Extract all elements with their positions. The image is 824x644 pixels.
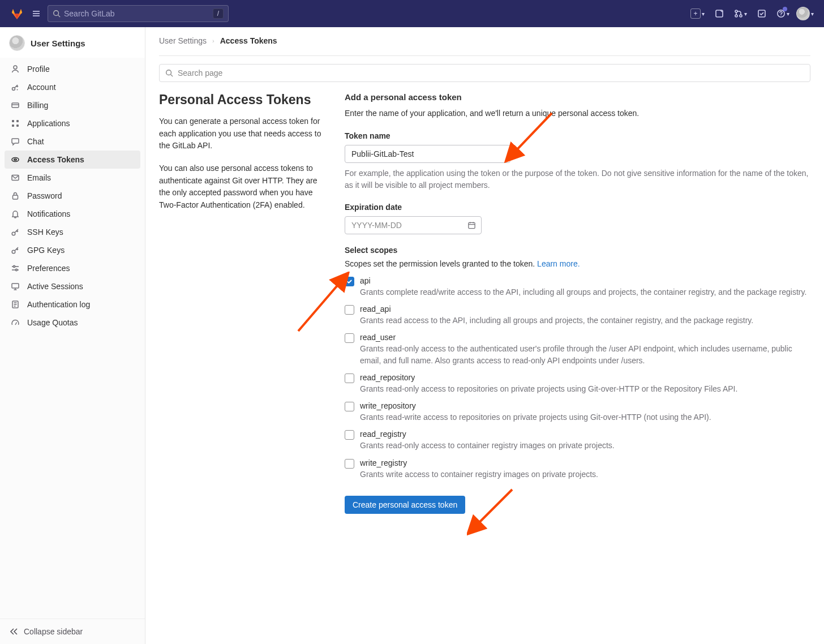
sidebar-item-label: Account [27,83,56,92]
page-search[interactable] [159,64,810,82]
scope-name: read_api [360,304,753,314]
svg-point-25 [12,250,15,254]
help-menu[interactable]: ▾ [775,5,791,23]
card-icon [10,100,20,110]
token-name-label: Token name [345,131,810,140]
merge-requests-menu[interactable]: ▾ [733,5,748,23]
sidebar-item-preferences[interactable]: Preferences [5,259,140,277]
scope-checkbox-write_registry[interactable] [345,459,354,469]
learn-more-link[interactable]: Learn more. [537,259,580,268]
chat-icon [10,136,20,147]
global-search-input[interactable] [64,9,209,18]
token-name-input[interactable] [345,145,510,163]
breadcrumb: User Settings › Access Tokens [159,36,810,56]
select-scopes-label: Select scopes [345,246,810,255]
meter-icon [10,317,20,328]
issues-link[interactable] [710,5,728,23]
svg-point-13 [12,88,15,91]
sidebar-title: User Settings [31,38,85,48]
create-menu[interactable]: + ▾ [689,5,706,23]
sidebar-item-access-tokens[interactable]: Access Tokens [5,151,140,169]
sidebar-item-applications[interactable]: Applications [5,114,140,132]
scope-name: read_registry [360,430,615,439]
scope-checkbox-read_repository[interactable] [345,373,354,383]
sidebar-item-label: Authentication log [27,300,90,309]
sliders-icon [10,263,20,273]
scope-row: write_registryGrants write access to con… [345,458,810,480]
svg-point-21 [14,159,16,160]
scope-checkbox-api[interactable] [345,277,354,286]
svg-point-29 [15,269,17,271]
scope-row: read_registryGrants read-only access to … [345,430,810,451]
sidebar-item-billing[interactable]: Billing [5,96,140,114]
create-token-button[interactable]: Create personal access token [345,496,465,514]
sidebar-item-label: Notifications [27,209,70,218]
svg-point-12 [14,66,17,69]
todos-link[interactable] [753,5,771,23]
page-search-input[interactable] [178,68,804,78]
scope-description: Grants read-only access to container reg… [360,440,615,451]
scope-row: read_apiGrants read access to the API, i… [345,304,810,326]
svg-line-37 [15,323,17,325]
expiration-date-input[interactable] [345,216,482,234]
sidebar-item-label: Emails [27,173,51,182]
log-icon [10,299,20,310]
menu-icon[interactable] [29,7,43,20]
chevron-right-icon: › [212,37,214,44]
lock-icon [10,191,20,201]
scope-name: read_repository [360,373,737,382]
svg-point-28 [13,265,15,267]
sidebar-item-active-sessions[interactable]: Active Sessions [5,277,140,295]
sidebar-header[interactable]: User Settings [0,27,145,58]
svg-point-6 [735,10,737,12]
scope-checkbox-read_api[interactable] [345,305,354,315]
sidebar-item-chat[interactable]: Chat [5,132,140,151]
collapse-sidebar-label: Collapse sidebar [24,627,83,636]
sidebar-item-gpg-keys[interactable]: GPG Keys [5,241,140,259]
svg-rect-40 [469,222,475,228]
breadcrumb-root[interactable]: User Settings [159,36,207,45]
user-menu[interactable]: ▾ [795,5,815,23]
svg-rect-17 [16,120,19,122]
svg-rect-18 [12,124,14,127]
scope-name: write_registry [360,458,598,467]
bell-icon [10,209,20,219]
chevron-down-icon: ▾ [811,11,814,17]
scope-description: Grants read-only access to repositories … [360,383,737,394]
collapse-sidebar-button[interactable]: Collapse sidebar [0,619,145,644]
sidebar-item-profile[interactable]: Profile [5,60,140,78]
select-scopes-subtitle: Scopes set the permission levels granted… [345,259,810,268]
sidebar-item-usage-quotas[interactable]: Usage Quotas [5,314,140,332]
scope-description: Grants read access to the API, including… [360,315,753,326]
apps-icon [10,118,20,128]
form-column: Add a personal access token Enter the na… [345,92,810,514]
scope-row: write_repositoryGrants read-write access… [345,401,810,423]
sidebar-item-ssh-keys[interactable]: SSH Keys [5,223,140,241]
svg-point-8 [740,15,742,17]
sidebar-item-emails[interactable]: Emails [5,169,140,187]
sidebar-item-label: Applications [27,119,70,128]
sidebar-item-password[interactable]: Password [5,187,140,205]
page-description: You can generate a personal access token… [159,115,329,152]
sidebar-item-account[interactable]: Account [5,78,140,96]
user-icon [10,64,20,74]
svg-point-38 [166,70,171,75]
scope-checkbox-read_user[interactable] [345,333,354,343]
scope-checkbox-read_registry[interactable] [345,430,354,440]
scope-checkbox-write_repository[interactable] [345,402,354,411]
global-search[interactable]: / [48,5,229,22]
calendar-icon[interactable] [467,221,476,229]
sidebar-item-label: Active Sessions [27,282,83,291]
search-shortcut-hint: / [213,8,224,19]
scope-row: read_repositoryGrants read-only access t… [345,373,810,394]
sidebar-item-notifications[interactable]: Notifications [5,205,140,223]
svg-line-39 [171,75,173,77]
sidebar-item-authentication-log[interactable]: Authentication log [5,295,140,314]
chevron-down-icon: ▾ [702,11,705,17]
scope-name: read_user [360,333,810,342]
gitlab-logo-icon[interactable] [9,6,25,22]
chevron-down-icon: ▾ [787,11,789,17]
svg-line-4 [58,15,61,18]
form-section-title: Add a personal access token [345,92,810,102]
svg-point-7 [735,15,737,17]
